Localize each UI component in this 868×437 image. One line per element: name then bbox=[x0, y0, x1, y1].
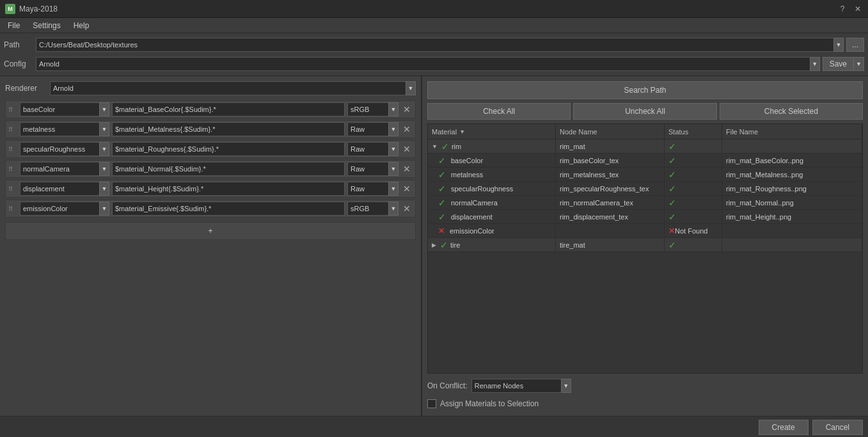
drag-handle[interactable]: ⠿ bbox=[8, 146, 17, 153]
table-header: Material ▼ Node Name Status File Name bbox=[428, 124, 862, 139]
config-dropdown-btn[interactable]: ▼ bbox=[810, 57, 820, 71]
table-row[interactable]: ✓ displacement rim_displacement_tex ✓ ri… bbox=[428, 210, 862, 224]
tex-pattern-input[interactable]: $material_Height{.$Sudim}.* bbox=[112, 182, 345, 196]
tex-type-select[interactable]: emissionColor bbox=[20, 202, 99, 216]
tex-colorspace-arrow[interactable]: ▼ bbox=[388, 182, 398, 196]
path-input[interactable]: C:/Users/Beat/Desktop/textures bbox=[36, 38, 833, 52]
config-input[interactable]: Arnold bbox=[36, 57, 810, 71]
tex-colorspace-select[interactable]: Raw bbox=[347, 142, 388, 156]
tex-remove-btn[interactable]: ✕ bbox=[401, 163, 413, 175]
child-name: emissionColor bbox=[450, 227, 494, 235]
drag-handle[interactable]: ⠿ bbox=[8, 106, 17, 113]
child-status-cell: ✓ bbox=[665, 154, 722, 167]
uncheck-all-btn[interactable]: Uncheck All bbox=[573, 103, 716, 120]
tex-colorspace-arrow[interactable]: ▼ bbox=[388, 122, 398, 136]
tex-type-select[interactable]: metalness bbox=[20, 122, 99, 136]
drag-handle[interactable]: ⠿ bbox=[8, 126, 17, 133]
tex-colorspace-arrow[interactable]: ▼ bbox=[388, 162, 398, 176]
conflict-select[interactable]: Rename Nodes bbox=[471, 379, 561, 393]
tex-colorspace-select[interactable]: Raw bbox=[347, 122, 388, 136]
tex-remove-btn[interactable]: ✕ bbox=[401, 143, 413, 155]
sort-arrow-material[interactable]: ▼ bbox=[459, 129, 465, 135]
conflict-label: On Conflict: bbox=[427, 381, 468, 390]
conflict-dropdown-btn[interactable]: ▼ bbox=[561, 379, 571, 393]
tex-remove-btn[interactable]: ✕ bbox=[401, 203, 413, 214]
tex-colorspace-select[interactable]: Raw bbox=[347, 182, 388, 196]
tex-remove-btn[interactable]: ✕ bbox=[401, 183, 413, 195]
child-status-cell: ✓ bbox=[665, 210, 722, 223]
tex-type-arrow[interactable]: ▼ bbox=[99, 122, 109, 136]
texture-row: ⠿ baseColor ▼ $material_BaseColor{.$Sudi… bbox=[5, 100, 416, 118]
tex-type-arrow[interactable]: ▼ bbox=[99, 162, 109, 176]
tex-colorspace-arrow[interactable]: ▼ bbox=[388, 142, 398, 156]
group-name: tire bbox=[450, 241, 460, 249]
expand-arrow[interactable]: ▼ bbox=[432, 143, 438, 150]
help-btn[interactable]: ? bbox=[837, 4, 848, 14]
table-group-row[interactable]: ▶ ✓ tire tire_mat ✓ bbox=[428, 238, 862, 252]
expand-arrow[interactable]: ▶ bbox=[432, 242, 436, 248]
assign-checkbox[interactable] bbox=[427, 399, 436, 408]
tex-type-select[interactable]: displacement bbox=[20, 182, 99, 196]
status-ok-icon: ✓ bbox=[438, 155, 446, 166]
right-panel: Search Path Check All Uncheck All Check … bbox=[422, 76, 868, 416]
close-btn[interactable]: ✕ bbox=[853, 4, 863, 14]
tex-remove-btn[interactable]: ✕ bbox=[401, 104, 413, 115]
texture-row: ⠿ emissionColor ▼ $material_Emissive{.$S… bbox=[5, 200, 416, 218]
tex-type-select[interactable]: specularRoughness bbox=[20, 142, 99, 156]
check-all-btn[interactable]: Check All bbox=[427, 103, 571, 120]
menu-file[interactable]: File bbox=[3, 20, 25, 31]
tex-type-select[interactable]: normalCamera bbox=[20, 162, 99, 176]
table-group-row[interactable]: ▼ ✓ rim rim_mat ✓ bbox=[428, 139, 862, 154]
table-row[interactable]: ✓ normalCamera rim_normalCamera_tex ✓ ri… bbox=[428, 196, 862, 210]
check-selected-btn[interactable]: Check Selected bbox=[720, 103, 863, 120]
save-btn[interactable]: Save bbox=[823, 57, 854, 71]
tex-pattern-input[interactable]: $material_Roughness{.$Sudim}.* bbox=[112, 142, 345, 156]
tex-type-arrow[interactable]: ▼ bbox=[99, 202, 109, 216]
path-label: Path bbox=[4, 40, 36, 49]
create-btn[interactable]: Create bbox=[759, 420, 809, 435]
table-row[interactable]: ✓ metalness rim_metalness_tex ✓ rim_mat_… bbox=[428, 168, 862, 182]
renderer-dropdown-btn[interactable]: ▼ bbox=[406, 81, 416, 95]
table-row[interactable]: ✓ baseColor rim_baseColor_tex ✓ rim_mat_… bbox=[428, 154, 862, 168]
tex-pattern-input[interactable]: $material_Metalness{.$Sudim}.* bbox=[112, 122, 345, 136]
save-dropdown-btn[interactable]: ▼ bbox=[854, 57, 864, 71]
tex-colorspace-select[interactable]: Raw bbox=[347, 162, 388, 176]
browse-btn[interactable]: ... bbox=[846, 38, 864, 52]
left-panel: Renderer Arnold ▼ ⠿ baseColor ▼ $materia… bbox=[0, 76, 422, 416]
tex-type-arrow[interactable]: ▼ bbox=[99, 142, 109, 156]
tex-pattern-input[interactable]: $material_BaseColor{.$Sudim}.* bbox=[112, 102, 345, 116]
child-file-cell: rim_mat_Height..png bbox=[722, 210, 862, 223]
search-path-btn[interactable]: Search Path bbox=[427, 81, 863, 99]
child-file-cell: rim_mat_Metalness..png bbox=[722, 168, 862, 181]
tex-pattern-input[interactable]: $material_Emissive{.$Sudim}.* bbox=[112, 202, 345, 216]
table-row[interactable]: ✕ emissionColor ✕Not Found bbox=[428, 224, 862, 238]
texture-row: ⠿ displacement ▼ $material_Height{.$Sudi… bbox=[5, 180, 416, 198]
tex-type-arrow[interactable]: ▼ bbox=[99, 102, 109, 116]
cancel-btn[interactable]: Cancel bbox=[812, 420, 863, 435]
child-status-cell: ✓ bbox=[665, 182, 722, 195]
path-config-area: Path C:/Users/Beat/Desktop/textures ▼ ..… bbox=[0, 33, 868, 76]
menu-help[interactable]: Help bbox=[68, 20, 95, 31]
tex-pattern-input[interactable]: $material_Normal{.$Sudim}.* bbox=[112, 162, 345, 176]
tex-remove-btn[interactable]: ✕ bbox=[401, 123, 413, 135]
group-file-cell bbox=[722, 139, 862, 153]
add-texture-btn[interactable]: + bbox=[5, 222, 416, 240]
th-status: Status bbox=[665, 124, 722, 139]
renderer-label: Renderer bbox=[5, 84, 50, 93]
not-found-label: Not Found bbox=[675, 227, 707, 235]
status-ok-icon: ✓ bbox=[668, 170, 676, 180]
tex-colorspace-arrow[interactable]: ▼ bbox=[388, 102, 398, 116]
tex-colorspace-select[interactable]: sRGB bbox=[347, 102, 388, 116]
status-ok-icon: ✓ bbox=[668, 141, 676, 152]
menu-settings[interactable]: Settings bbox=[28, 20, 65, 31]
tex-type-select[interactable]: baseColor bbox=[20, 102, 99, 116]
path-dropdown-btn[interactable]: ▼ bbox=[833, 38, 844, 52]
drag-handle[interactable]: ⠿ bbox=[8, 166, 17, 173]
renderer-select[interactable]: Arnold bbox=[50, 81, 406, 95]
tex-type-arrow[interactable]: ▼ bbox=[99, 182, 109, 196]
drag-handle[interactable]: ⠿ bbox=[8, 205, 17, 212]
drag-handle[interactable]: ⠿ bbox=[8, 186, 17, 193]
table-row[interactable]: ✓ specularRoughness rim_specularRoughnes… bbox=[428, 182, 862, 196]
tex-colorspace-arrow[interactable]: ▼ bbox=[388, 202, 398, 216]
tex-colorspace-select[interactable]: sRGB bbox=[347, 202, 388, 216]
